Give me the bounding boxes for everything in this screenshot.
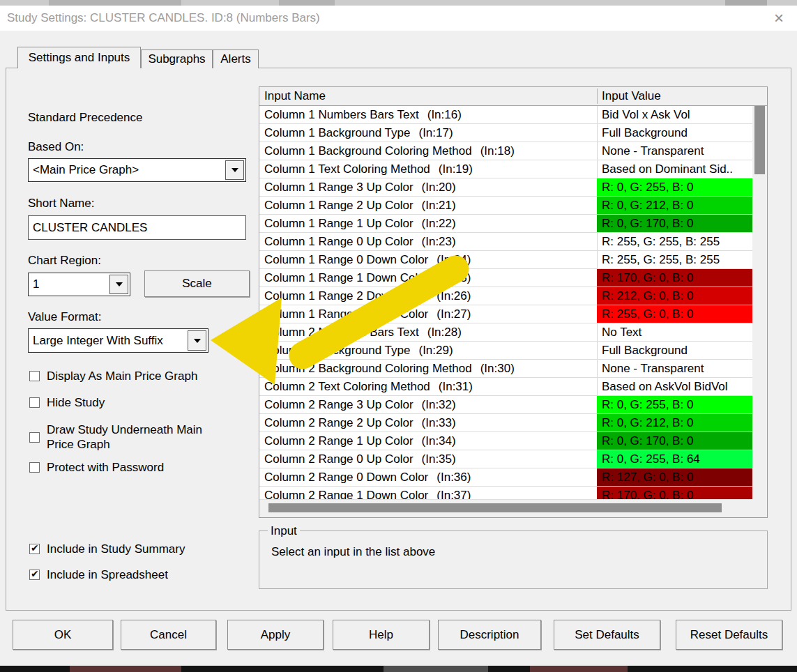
input-value-cell: R: 0, G: 255, B: 0 xyxy=(597,396,752,413)
table-row[interactable]: Column 1 Background Type(In:17)Full Back… xyxy=(259,124,752,142)
checkbox-include-in-spreadsheet[interactable]: ✔Include in Spreadsheet xyxy=(29,567,168,582)
input-value-cell: R: 0, G: 212, B: 0 xyxy=(597,197,752,214)
input-name-cell: Column 1 Range 2 Down Color(In:26) xyxy=(264,287,471,305)
checkbox-hide-study[interactable]: Hide Study xyxy=(29,395,105,410)
help-button[interactable]: Help xyxy=(333,620,430,650)
chart-region-dropdown-button[interactable] xyxy=(109,275,128,294)
input-value-cell: R: 255, G: 0, B: 0 xyxy=(597,305,752,323)
checkbox-protect-with-password[interactable]: Protect with Password xyxy=(29,460,164,475)
input-value-cell: Full Background xyxy=(597,124,752,142)
based-on-combobox[interactable]: <Main Price Graph> xyxy=(28,158,246,182)
table-row[interactable]: Column 2 Background Coloring Method(In:3… xyxy=(259,360,752,378)
input-name-cell: Column 2 Range 2 Up Color(In:33) xyxy=(264,414,456,432)
input-value-column-header[interactable]: Input Value xyxy=(602,87,661,105)
checkbox-display-as-main-price-graph[interactable]: Display As Main Price Graph xyxy=(29,369,197,383)
table-row[interactable]: Column 2 Range 1 Up Color(In:34)R: 0, G:… xyxy=(259,432,752,450)
ok-button[interactable]: OK xyxy=(13,620,113,650)
table-row[interactable]: Column 2 Range 2 Up Color(In:33)R: 0, G:… xyxy=(259,414,752,432)
value-format-dropdown-button[interactable] xyxy=(188,330,206,351)
chart-region-value: 1 xyxy=(33,273,39,296)
input-value-cell: Full Background xyxy=(597,342,752,359)
checkbox-label: Protect with Password xyxy=(47,460,164,475)
table-row[interactable]: Column 1 Range 3 Up Color(In:20)R: 0, G:… xyxy=(259,178,752,197)
based-on-dropdown-button[interactable] xyxy=(225,160,244,180)
chart-region-combobox[interactable]: 1 xyxy=(28,273,130,296)
set-defaults-button[interactable]: Set Defaults xyxy=(554,620,660,650)
table-row[interactable]: Column 2 Range 0 Down Color(In:36)R: 127… xyxy=(259,468,752,487)
checkbox-icon[interactable] xyxy=(29,397,40,408)
input-value-cell: R: 0, G: 170, B: 0 xyxy=(597,432,752,450)
input-name-cell: Column 2 Text Coloring Method(In:31) xyxy=(264,378,473,395)
table-row[interactable]: Column 1 Range 2 Down Color(In:26)R: 212… xyxy=(259,287,752,305)
table-row[interactable]: Column 1 Range 1 Up Color(In:22)R: 0, G:… xyxy=(259,215,752,233)
table-row[interactable]: Column 1 Range 2 Up Color(In:21)R: 0, G:… xyxy=(259,197,752,215)
standard-precedence-label: Standard Precedence xyxy=(28,111,142,125)
input-value-cell: R: 170, G: 0, B: 0 xyxy=(597,487,752,501)
checkbox-icon[interactable] xyxy=(29,371,40,381)
input-groupbox-text: Select an input in the list above xyxy=(271,545,435,559)
input-value-cell: Based on AskVol BidVol xyxy=(597,378,752,395)
table-row[interactable]: Column 2 Text Coloring Method(In:31)Base… xyxy=(259,378,752,396)
checkbox-label: Draw Study Underneath Main Price Graph xyxy=(47,422,218,452)
input-name-column-header[interactable]: Input Name xyxy=(264,87,326,105)
input-value-cell: R: 0, G: 212, B: 0 xyxy=(597,414,752,432)
input-name-cell: Column 2 Background Coloring Method(In:3… xyxy=(264,360,515,377)
chevron-down-icon xyxy=(194,339,201,343)
checkbox-icon[interactable]: ✔ xyxy=(29,570,40,580)
scale-button[interactable]: Scale xyxy=(144,270,250,297)
input-name-cell: Column 2 Range 0 Up Color(In:35) xyxy=(264,450,456,468)
input-name-cell: Column 1 Range 3 Up Color(In:20) xyxy=(264,178,456,196)
input-value-cell: R: 0, G: 255, B: 64 xyxy=(597,450,752,468)
input-name-cell: Column 1 Background Type(In:17) xyxy=(264,124,453,142)
horizontal-scrollbar-thumb[interactable] xyxy=(268,503,722,512)
checkbox-icon[interactable] xyxy=(29,432,40,443)
study-settings-dialog: Study Settings: CLUSTER CANDLES. ID:8 (N… xyxy=(0,0,797,672)
tab-alerts[interactable]: Alerts xyxy=(213,49,259,68)
based-on-value: <Main Price Graph> xyxy=(33,159,139,181)
input-name-cell: Column 2 Range 0 Down Color(In:36) xyxy=(264,468,471,486)
table-row[interactable]: Column 2 Range 3 Up Color(In:32)R: 0, G:… xyxy=(259,396,752,414)
input-value-cell: Bid Vol x Ask Vol xyxy=(597,106,752,123)
title-bar: Study Settings: CLUSTER CANDLES. ID:8 (N… xyxy=(0,6,797,31)
column-divider[interactable] xyxy=(597,89,598,104)
reset-defaults-button[interactable]: Reset Defaults xyxy=(676,620,782,650)
horizontal-scrollbar[interactable] xyxy=(259,499,752,517)
tab-settings-and-inputs[interactable]: Settings and Inputs xyxy=(17,47,141,68)
checkbox-draw-study-underneath-main-price-graph[interactable]: Draw Study Underneath Main Price Graph xyxy=(29,422,218,452)
table-row[interactable]: Column 1 Range 0 Up Color(In:23)R: 255, … xyxy=(259,233,752,251)
input-name-cell: Column 1 Range 1 Up Color(In:22) xyxy=(264,215,456,232)
check-mark-icon: ✔ xyxy=(31,568,39,579)
input-value-cell: R: 212, G: 0, B: 0 xyxy=(597,287,752,305)
vertical-scrollbar-thumb[interactable] xyxy=(754,106,765,174)
input-value-cell: R: 255, G: 255, B: 255 xyxy=(597,233,752,250)
tab-subgraphs[interactable]: Subgraphs xyxy=(141,49,213,68)
checkbox-icon[interactable]: ✔ xyxy=(29,544,40,554)
apply-button[interactable]: Apply xyxy=(227,620,324,650)
input-value-cell: R: 255, G: 255, B: 255 xyxy=(597,251,752,268)
value-format-combobox[interactable]: Large Integer With Suffix xyxy=(28,328,208,353)
input-value-cell: Based on Dominant Sid.. xyxy=(597,160,752,178)
chart-region-label: Chart Region: xyxy=(28,254,101,268)
table-row[interactable]: Column 1 Numbers Bars Text(In:16)Bid Vol… xyxy=(259,106,752,124)
checkbox-include-in-study-summary[interactable]: ✔Include in Study Summary xyxy=(29,542,185,556)
check-mark-icon: ✔ xyxy=(31,542,39,553)
vertical-scrollbar[interactable] xyxy=(752,106,767,500)
table-row[interactable]: Column 1 Range 0 Down Color(In:24)R: 255… xyxy=(259,251,752,269)
short-name-input[interactable]: CLUSTER CANDLES xyxy=(28,215,246,240)
input-name-cell: Column 1 Range 0 Up Color(In:23) xyxy=(264,233,456,250)
table-row[interactable]: Column 2 Range 0 Up Color(In:35)R: 0, G:… xyxy=(259,450,752,468)
checkbox-icon[interactable] xyxy=(29,462,40,473)
table-row[interactable]: Column 1 Text Coloring Method(In:19)Base… xyxy=(259,160,752,178)
description-button[interactable]: Description xyxy=(438,620,541,650)
input-value-cell: No Text xyxy=(597,323,752,341)
inputs-table-rows: Column 1 Numbers Bars Text(In:16)Bid Vol… xyxy=(259,106,752,501)
table-row[interactable]: Column 2 Range 1 Down Color(In:37)R: 170… xyxy=(259,487,752,501)
table-row[interactable]: Column 1 Background Coloring Method(In:1… xyxy=(259,142,752,160)
table-row[interactable]: Column 1 Range 1 Down Color(In:25)R: 170… xyxy=(259,269,752,287)
input-value-cell: None - Transparent xyxy=(597,360,752,377)
table-row[interactable]: Column 1 Range 3 Down Color(In:27)R: 255… xyxy=(259,305,752,323)
table-row[interactable]: Column 2 Background Type(In:29)Full Back… xyxy=(259,342,752,360)
close-icon[interactable]: × xyxy=(769,8,789,28)
table-row[interactable]: Column 2 Numbers Bars Text(In:28)No Text xyxy=(259,323,752,342)
cancel-button[interactable]: Cancel xyxy=(121,620,216,650)
